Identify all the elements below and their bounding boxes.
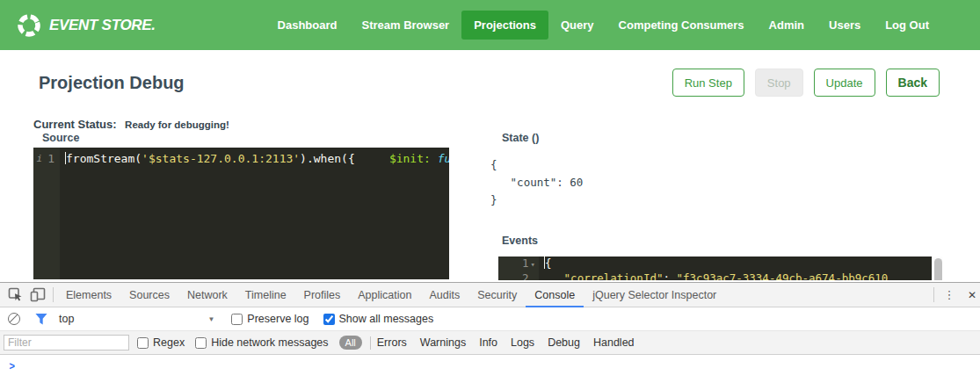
show-all-messages-checkbox[interactable]: Show all messages <box>323 313 434 325</box>
page: EVENT STORE. Dashboard Stream Browser Pr… <box>0 0 980 383</box>
nav-item-dashboard[interactable]: Dashboard <box>265 11 350 40</box>
code-token: : <box>663 271 676 280</box>
tab-audits[interactable]: Audits <box>420 283 468 307</box>
code-token-function: fu <box>438 152 449 165</box>
chevron-down-icon[interactable]: ▼ <box>207 315 214 323</box>
run-step-button[interactable]: Run Step <box>672 69 744 97</box>
divider <box>370 336 371 350</box>
gutter-info-icon: i <box>37 150 43 168</box>
level-debug[interactable]: Debug <box>548 336 580 349</box>
nav-item-stream-browser[interactable]: Stream Browser <box>349 11 461 40</box>
clear-console-icon[interactable] <box>8 313 20 325</box>
events-line-number: 2 <box>522 271 529 280</box>
navbar: EVENT STORE. Dashboard Stream Browser Pr… <box>0 0 980 50</box>
tab-timeline[interactable]: Timeline <box>236 283 295 307</box>
level-all-pill[interactable]: All <box>339 336 362 350</box>
code-token-key: "correlationId" <box>564 271 664 280</box>
device-toolbar-icon[interactable] <box>26 284 49 307</box>
events-code: { <box>539 257 552 271</box>
nav-item-query[interactable]: Query <box>548 11 606 40</box>
tab-security[interactable]: Security <box>468 283 526 307</box>
fold-arrow-icon[interactable]: ▾ <box>531 260 535 269</box>
console-output-area[interactable]: > <box>0 355 980 383</box>
show-all-messages-input[interactable] <box>323 314 335 325</box>
divider <box>933 287 934 302</box>
tabbar-right-controls: ⋮ ✕ <box>930 284 980 307</box>
code-token <box>431 152 438 165</box>
devtools-close-icon[interactable]: ✕ <box>961 284 980 307</box>
state-json: { "count": 60 } <box>490 156 583 209</box>
hide-network-messages-label: Hide network messages <box>211 336 328 349</box>
filter-input[interactable] <box>4 335 129 350</box>
hide-network-messages-input[interactable] <box>195 337 207 349</box>
nav-items: Dashboard Stream Browser Projections Que… <box>265 11 941 40</box>
nav-item-admin[interactable]: Admin <box>757 11 817 40</box>
status-line: Current Status: Ready for debugging! <box>33 116 229 132</box>
tab-application[interactable]: Application <box>349 283 420 307</box>
events-scrollbar-thumb[interactable] <box>934 258 942 280</box>
code-token: fromStream( <box>66 152 142 165</box>
preserve-log-label: Preserve log <box>247 313 309 325</box>
stop-button: Stop <box>755 69 803 97</box>
regex-label: Regex <box>153 336 185 349</box>
code-token: ).when({ <box>300 152 355 165</box>
events-code-editor[interactable]: 1▾ { 2 "correlationId": "f3c93ac7-3334-4… <box>498 257 932 280</box>
tab-console[interactable]: Console <box>526 283 584 307</box>
tab-network[interactable]: Network <box>178 283 236 307</box>
events-gutter[interactable]: 1▾ <box>498 257 539 271</box>
events-line-2: 2 "correlationId": "f3c93ac7-3334-49cb-a… <box>498 271 932 280</box>
level-errors[interactable]: Errors <box>377 336 407 349</box>
events-code: "correlationId": "f3c93ac7-3334-49cb-a67… <box>539 271 888 280</box>
inspect-element-icon[interactable] <box>4 284 26 307</box>
code-token <box>544 271 564 280</box>
preserve-log-input[interactable] <box>231 314 243 325</box>
back-button[interactable]: Back <box>886 69 940 97</box>
show-all-messages-label: Show all messages <box>339 313 434 325</box>
nav-item-competing-consumers[interactable]: Competing Consumers <box>606 11 757 40</box>
regex-checkbox[interactable]: Regex <box>137 336 185 349</box>
nav-item-projections[interactable]: Projections <box>461 11 548 40</box>
devtools-menu-icon[interactable]: ⋮ <box>938 284 961 307</box>
brand[interactable]: EVENT STORE. <box>16 12 156 39</box>
update-button[interactable]: Update <box>814 69 875 97</box>
code-token-string: "f3c93ac7-3334-49cb-a674-bb9c610 <box>677 271 889 280</box>
level-handled[interactable]: Handled <box>593 336 635 349</box>
preserve-log-checkbox[interactable]: Preserve log <box>231 313 309 325</box>
status-label: Current Status: <box>33 118 117 131</box>
source-section-label: Source <box>42 132 79 144</box>
console-filter-bar: Regex Hide network messages All Errors W… <box>0 331 980 355</box>
devtools-panel: Elements Sources Network Timeline Profil… <box>0 282 980 383</box>
action-buttons: Run Step Stop Update Back <box>672 69 940 97</box>
nav-item-log-out[interactable]: Log Out <box>873 11 941 40</box>
level-info[interactable]: Info <box>479 336 497 349</box>
source-code-line[interactable]: fromStream('$stats-127.0.0.1:2113').when… <box>60 148 449 279</box>
console-toolbar: top ▼ Preserve log Show all messages <box>0 307 980 331</box>
tab-profiles[interactable]: Profiles <box>295 283 350 307</box>
code-token-string: '$stats-127.0.0.1:2113' <box>142 152 300 165</box>
level-warnings[interactable]: Warnings <box>420 336 466 349</box>
page-title: Projection Debug <box>39 73 185 93</box>
events-scrollbar[interactable] <box>932 257 942 280</box>
brand-text: EVENT STORE. <box>49 17 156 34</box>
source-gutter: i 1 <box>33 148 60 279</box>
events-line-number: 1 <box>522 257 529 270</box>
execution-context-selector[interactable]: top <box>59 313 74 325</box>
tab-jquery-selector-inspector[interactable]: jQuery Selector Inspector <box>584 283 725 307</box>
state-section-label: State () <box>502 132 539 144</box>
event-store-logo-icon <box>16 12 42 39</box>
events-gutter: 2 <box>498 271 539 280</box>
source-code-editor[interactable]: i 1 fromStream('$stats-127.0.0.1:2113').… <box>33 148 449 279</box>
tab-sources[interactable]: Sources <box>120 283 178 307</box>
hide-network-messages-checkbox[interactable]: Hide network messages <box>195 336 328 349</box>
events-panel: 1▾ { 2 "correlationId": "f3c93ac7-3334-4… <box>498 257 942 280</box>
regex-input[interactable] <box>137 337 149 349</box>
level-logs[interactable]: Logs <box>511 336 534 349</box>
tab-elements[interactable]: Elements <box>57 283 120 307</box>
events-line-1: 1▾ { <box>498 257 932 271</box>
code-token <box>355 152 389 165</box>
code-token-keyword: $init: <box>389 152 431 165</box>
console-prompt-icon[interactable]: > <box>10 359 15 372</box>
nav-item-users[interactable]: Users <box>817 11 873 40</box>
filter-funnel-icon[interactable] <box>35 314 47 325</box>
devtools-tabbar: Elements Sources Network Timeline Profil… <box>0 283 980 307</box>
